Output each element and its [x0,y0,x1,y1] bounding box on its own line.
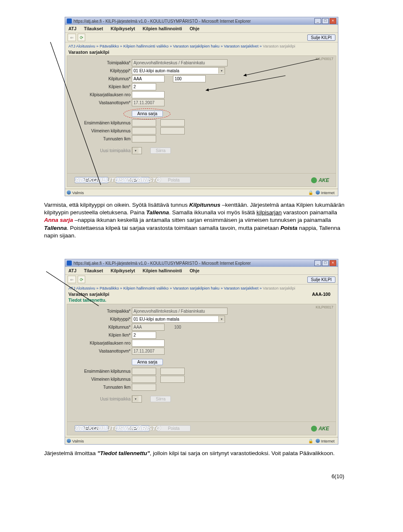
minimize-button[interactable]: _ [314,260,321,266]
screen-code: KILPI0017 [316,305,333,309]
globe-icon [316,439,320,443]
close-button[interactable]: × [330,18,336,24]
menu-tilaukset[interactable]: Tilaukset [84,268,103,273]
ake-logo: AKE [311,177,329,183]
breadcrumb: ATJ Aloitussivu » Päävalikko » Kilpien h… [65,42,338,50]
menu-kilpikyselyt[interactable]: Kilpikyselyt [110,268,135,273]
refresh-button[interactable]: ⟳ [78,34,85,41]
siirra-button: Siirra [150,396,171,402]
description-2: Järjestelmä ilmoittaa "Tiedot tallennett… [44,450,348,457]
field-toimipaikka: Ajoneuvohallintokeskus / Fabianinkatu [132,59,228,66]
app-menubar: ATJ Tilaukset Kilpikyselyt Kilpien halli… [65,25,338,33]
field-tunnusten-lkm [132,135,156,142]
app-window-1: https://atj.ake.fi - KILPI-järjestelmä v… [65,17,338,196]
label-viimeinen: Viimeinen kilpitunnus [70,129,132,133]
page-number: 6(10) [34,473,344,479]
globe-icon [67,190,71,195]
env-overlay: ATJ-KOULUTUSYMPÄRISTÖ [75,424,161,432]
app-title: Varaston sarjakilpi [65,292,338,298]
label-ensimmainen: Ensimmäinen kilpitunnus [70,121,132,125]
anna-sarja-button[interactable]: Anna sarja [132,359,163,365]
poista-button: Poista [157,177,191,183]
menu-atj[interactable]: ATJ [68,26,76,31]
label-toimipaikka: Toimipaikka* [70,61,132,65]
status-internet: Internet [321,190,335,195]
status-message: Tiedot tallennettu. [65,298,338,304]
breadcrumb: ATJ Aloitussivu » Päävalikko » Kilpien h… [65,284,338,292]
aaa-code: AAA-100 [312,292,330,297]
app-title: Varaston sarjakilpi [65,50,338,55]
menu-ohje[interactable]: Ohje [190,268,199,273]
chevron-down-icon: ▾ [218,68,225,74]
status-valmis: Valmis [72,190,84,195]
label-kilpien-lkm: Kilpien lkm* [70,84,132,89]
globe-icon [67,439,71,443]
statusbar: Valmis 🔒 Internet [65,437,338,444]
env-overlay: ATJ-KOULUTUSYMPÄRISTÖ [75,176,161,183]
menu-tilaukset[interactable]: Tilaukset [84,26,103,31]
sulje-kilpi-button[interactable]: Sulje KILPI [307,277,335,283]
window-title: https://atj.ake.fi - KILPI-järjestelmä v… [73,19,251,24]
app-window-2: https://atj.ake.fi - KILPI-järjestelmä v… [65,259,338,445]
select-uusi-toimipaikka: ▾ [132,147,142,154]
label-uusi-toimipaikka: Uusi toimipaikka [70,148,132,153]
field-ensimmainen-a [132,119,156,126]
anna-sarja-button[interactable]: Anna sarja [132,111,163,117]
menu-kilpien-hallinnointi[interactable]: Kilpien hallinnointi [143,268,182,273]
description-1: Varmista, että kilpityyppi on oikein. Sy… [44,201,348,240]
chevron-down-icon: ▾ [218,316,225,322]
ie-icon [67,18,72,24]
back-button[interactable]: ⇐ [68,34,76,41]
maximize-button[interactable]: □ [322,260,329,266]
back-button[interactable]: ⇐ [68,276,76,283]
label-kilpisarjatilauksen: Kilpisarjatilauksen nro [70,92,132,97]
window-title: https://atj.ake.fi - KILPI-järjestelmä v… [73,261,251,266]
siirra-button: Siirra [150,147,171,154]
titlebar: https://atj.ake.fi - KILPI-järjestelmä v… [65,259,338,267]
poista-button: Poista [157,425,191,432]
field-ensimmainen-b [160,119,185,126]
field-kilpisarjatilauksen[interactable] [132,91,165,98]
lock-icon: 🔒 [308,439,313,443]
menu-ohje[interactable]: Ohje [190,26,199,31]
field-kilpitunnus-b[interactable]: 100 [173,75,206,82]
label-kilpitunnus: Kilpitunnus* [70,76,132,81]
screen-code: KILPI0017 [316,57,333,61]
statusbar: Valmis 🔒 Internet [65,189,338,196]
ake-logo: AKE [311,426,329,432]
maximize-button[interactable]: □ [322,18,329,24]
toolbar: ⇐ ⟳ Sulje KILPI [65,275,338,284]
field-kilpien-lkm[interactable]: 2 [132,83,156,90]
ie-icon [67,261,72,266]
refresh-button[interactable]: ⟳ [78,276,85,283]
label-tunnusten-lkm: Tunnusten lkm [70,137,132,141]
close-button[interactable]: × [330,260,336,266]
menu-kilpikyselyt[interactable]: Kilpikyselyt [110,26,135,31]
menu-atj[interactable]: ATJ [68,268,76,273]
select-kilpityyppi[interactable]: 01 EU-kilpi auton matala ▾ [132,316,225,323]
field-vastaanottopvm: 17.11.2007 [132,99,165,106]
app-menubar: ATJ Tilaukset Kilpikyselyt Kilpien halli… [65,267,338,275]
sulje-kilpi-button[interactable]: Sulje KILPI [307,34,335,41]
titlebar: https://atj.ake.fi - KILPI-järjestelmä v… [65,17,338,25]
field-kilpitunnus-a[interactable]: AAA [132,75,165,82]
menu-kilpien-hallinnointi[interactable]: Kilpien hallinnointi [143,26,182,31]
toolbar: ⇐ ⟳ Sulje KILPI [65,33,338,42]
globe-icon [316,190,320,195]
minimize-button[interactable]: _ [314,18,321,24]
select-kilpityyppi[interactable]: 01 EU-kilpi auton matala ▾ [132,67,225,74]
lock-icon: 🔒 [308,190,313,195]
label-vastaanottopvm: Vastaanottopvm* [70,100,132,105]
field-viimeinen-b [160,127,185,134]
field-viimeinen-a [132,127,156,134]
label-kilpityyppi: Kilpityyppi* [70,68,132,73]
